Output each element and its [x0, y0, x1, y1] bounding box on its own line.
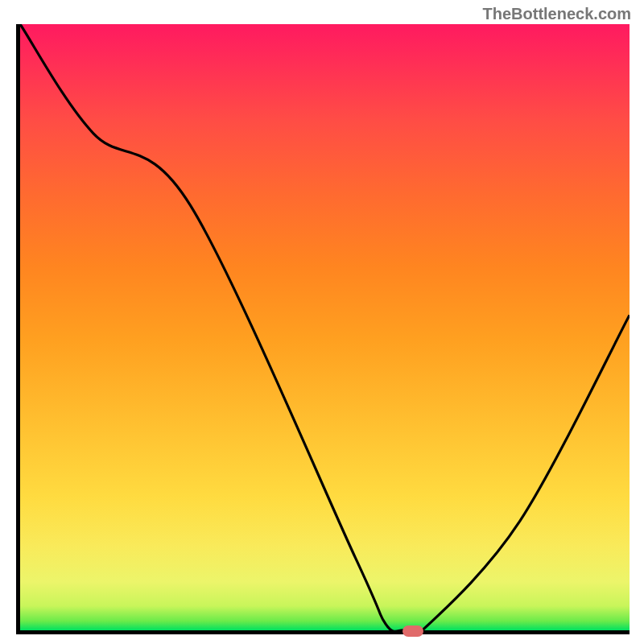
- optimum-marker: [402, 625, 423, 637]
- watermark-text: TheBottleneck.com: [483, 5, 631, 23]
- plot-frame: [16, 24, 630, 634]
- gradient-background: [20, 24, 630, 630]
